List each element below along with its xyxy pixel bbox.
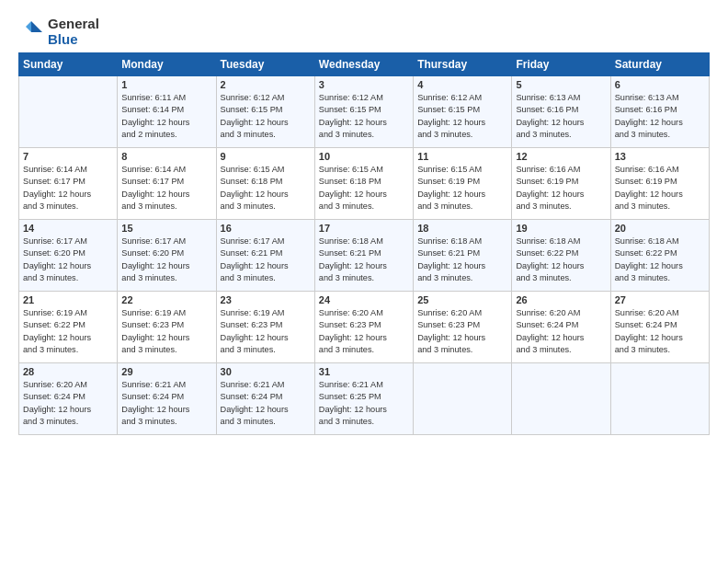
calendar-cell: 20Sunrise: 6:18 AMSunset: 6:22 PMDayligh…	[610, 220, 709, 292]
day-info: Sunrise: 6:21 AMSunset: 6:25 PMDaylight:…	[319, 379, 409, 428]
day-info: Sunrise: 6:12 AMSunset: 6:15 PMDaylight:…	[417, 92, 507, 141]
day-number: 22	[121, 294, 211, 305]
day-info: Sunrise: 6:17 AMSunset: 6:21 PMDaylight:…	[221, 236, 311, 284]
day-info: Sunrise: 6:19 AMSunset: 6:23 PMDaylight:…	[121, 307, 211, 356]
calendar-cell: 28Sunrise: 6:20 AMSunset: 6:24 PMDayligh…	[19, 363, 118, 435]
calendar-cell: 26Sunrise: 6:20 AMSunset: 6:24 PMDayligh…	[512, 292, 610, 363]
calendar-cell: 19Sunrise: 6:18 AMSunset: 6:22 PMDayligh…	[512, 220, 610, 292]
calendar-cell: 23Sunrise: 6:19 AMSunset: 6:23 PMDayligh…	[216, 292, 314, 363]
day-info: Sunrise: 6:16 AMSunset: 6:19 PMDaylight:…	[516, 164, 606, 213]
day-number: 25	[417, 294, 507, 305]
day-number: 24	[319, 294, 409, 305]
calendar-cell: 2Sunrise: 6:12 AMSunset: 6:15 PMDaylight…	[216, 76, 314, 148]
day-number: 11	[417, 151, 507, 162]
calendar-cell: 12Sunrise: 6:16 AMSunset: 6:19 PMDayligh…	[512, 148, 610, 220]
day-number: 18	[417, 223, 507, 234]
day-number: 9	[221, 151, 311, 162]
day-number: 31	[319, 366, 409, 377]
day-info: Sunrise: 6:13 AMSunset: 6:16 PMDaylight:…	[615, 92, 705, 141]
day-number: 30	[221, 366, 311, 377]
day-number: 20	[615, 223, 705, 234]
day-info: Sunrise: 6:17 AMSunset: 6:20 PMDaylight:…	[121, 236, 211, 284]
day-info: Sunrise: 6:13 AMSunset: 6:16 PMDaylight:…	[516, 92, 606, 141]
calendar-cell: 22Sunrise: 6:19 AMSunset: 6:23 PMDayligh…	[118, 292, 216, 363]
header-day-friday: Friday	[512, 53, 610, 76]
week-row-2: 7Sunrise: 6:14 AMSunset: 6:17 PMDaylight…	[19, 148, 710, 220]
day-number: 14	[23, 223, 113, 234]
logo: GeneralBlue	[18, 17, 99, 47]
calendar-cell: 25Sunrise: 6:20 AMSunset: 6:23 PMDayligh…	[414, 292, 512, 363]
week-row-5: 28Sunrise: 6:20 AMSunset: 6:24 PMDayligh…	[19, 363, 710, 435]
day-number: 12	[516, 151, 606, 162]
calendar-cell: 21Sunrise: 6:19 AMSunset: 6:22 PMDayligh…	[19, 292, 118, 363]
day-number: 27	[615, 294, 705, 305]
calendar-cell: 31Sunrise: 6:21 AMSunset: 6:25 PMDayligh…	[314, 363, 413, 435]
header-day-tuesday: Tuesday	[216, 53, 314, 76]
week-row-4: 21Sunrise: 6:19 AMSunset: 6:22 PMDayligh…	[19, 292, 710, 363]
logo-bird-icon	[18, 19, 44, 45]
day-number: 7	[23, 151, 113, 162]
svg-marker-1	[26, 21, 31, 32]
day-info: Sunrise: 6:17 AMSunset: 6:20 PMDaylight:…	[23, 236, 113, 284]
week-row-1: 1Sunrise: 6:11 AMSunset: 6:14 PMDaylight…	[19, 76, 710, 148]
day-number: 29	[121, 366, 211, 377]
day-number: 19	[516, 223, 606, 234]
day-number: 28	[23, 366, 113, 377]
day-number: 8	[121, 151, 211, 162]
header-day-thursday: Thursday	[414, 53, 512, 76]
day-info: Sunrise: 6:19 AMSunset: 6:22 PMDaylight:…	[23, 307, 113, 356]
day-info: Sunrise: 6:20 AMSunset: 6:24 PMDaylight:…	[516, 307, 606, 356]
calendar-cell: 18Sunrise: 6:18 AMSunset: 6:21 PMDayligh…	[414, 220, 512, 292]
header-day-sunday: Sunday	[19, 53, 118, 76]
day-info: Sunrise: 6:12 AMSunset: 6:15 PMDaylight:…	[221, 92, 311, 141]
day-info: Sunrise: 6:14 AMSunset: 6:17 PMDaylight:…	[23, 164, 113, 213]
calendar-cell	[512, 363, 610, 435]
calendar-cell: 17Sunrise: 6:18 AMSunset: 6:21 PMDayligh…	[314, 220, 413, 292]
header-day-monday: Monday	[118, 53, 216, 76]
calendar-cell: 4Sunrise: 6:12 AMSunset: 6:15 PMDaylight…	[414, 76, 512, 148]
day-info: Sunrise: 6:19 AMSunset: 6:23 PMDaylight:…	[221, 307, 311, 356]
day-number: 3	[319, 79, 409, 90]
day-info: Sunrise: 6:15 AMSunset: 6:19 PMDaylight:…	[417, 164, 507, 213]
header-day-wednesday: Wednesday	[314, 53, 413, 76]
day-number: 23	[221, 294, 311, 305]
day-number: 1	[121, 79, 211, 90]
calendar-table: SundayMondayTuesdayWednesdayThursdayFrid…	[18, 52, 710, 435]
day-info: Sunrise: 6:15 AMSunset: 6:18 PMDaylight:…	[221, 164, 311, 213]
calendar-cell: 5Sunrise: 6:13 AMSunset: 6:16 PMDaylight…	[512, 76, 610, 148]
day-info: Sunrise: 6:14 AMSunset: 6:17 PMDaylight:…	[121, 164, 211, 213]
day-number: 10	[319, 151, 409, 162]
header-day-saturday: Saturday	[610, 53, 709, 76]
day-info: Sunrise: 6:18 AMSunset: 6:22 PMDaylight:…	[615, 236, 705, 284]
day-number: 21	[23, 294, 113, 305]
calendar-cell	[414, 363, 512, 435]
header: GeneralBlue	[18, 17, 710, 47]
day-number: 6	[615, 79, 705, 90]
day-number: 5	[516, 79, 606, 90]
week-row-3: 14Sunrise: 6:17 AMSunset: 6:20 PMDayligh…	[19, 220, 710, 292]
calendar-cell: 11Sunrise: 6:15 AMSunset: 6:19 PMDayligh…	[414, 148, 512, 220]
day-info: Sunrise: 6:15 AMSunset: 6:18 PMDaylight:…	[319, 164, 409, 213]
day-info: Sunrise: 6:20 AMSunset: 6:24 PMDaylight:…	[23, 379, 113, 428]
calendar-cell: 10Sunrise: 6:15 AMSunset: 6:18 PMDayligh…	[314, 148, 413, 220]
calendar-cell: 16Sunrise: 6:17 AMSunset: 6:21 PMDayligh…	[216, 220, 314, 292]
day-number: 17	[319, 223, 409, 234]
calendar-cell: 14Sunrise: 6:17 AMSunset: 6:20 PMDayligh…	[19, 220, 118, 292]
day-info: Sunrise: 6:12 AMSunset: 6:15 PMDaylight:…	[319, 92, 409, 141]
header-row: SundayMondayTuesdayWednesdayThursdayFrid…	[19, 53, 710, 76]
day-info: Sunrise: 6:20 AMSunset: 6:24 PMDaylight:…	[615, 307, 705, 356]
day-number: 15	[121, 223, 211, 234]
calendar-cell: 7Sunrise: 6:14 AMSunset: 6:17 PMDaylight…	[19, 148, 118, 220]
day-number: 26	[516, 294, 606, 305]
day-info: Sunrise: 6:20 AMSunset: 6:23 PMDaylight:…	[417, 307, 507, 356]
day-info: Sunrise: 6:18 AMSunset: 6:22 PMDaylight:…	[516, 236, 606, 284]
day-info: Sunrise: 6:20 AMSunset: 6:23 PMDaylight:…	[319, 307, 409, 356]
page: GeneralBlue SundayMondayTuesdayWednesday…	[0, 0, 728, 444]
day-number: 4	[417, 79, 507, 90]
calendar-cell: 6Sunrise: 6:13 AMSunset: 6:16 PMDaylight…	[610, 76, 709, 148]
calendar-cell	[610, 363, 709, 435]
day-info: Sunrise: 6:16 AMSunset: 6:19 PMDaylight:…	[615, 164, 705, 213]
day-info: Sunrise: 6:11 AMSunset: 6:14 PMDaylight:…	[121, 92, 211, 141]
day-info: Sunrise: 6:21 AMSunset: 6:24 PMDaylight:…	[121, 379, 211, 428]
calendar-cell: 1Sunrise: 6:11 AMSunset: 6:14 PMDaylight…	[118, 76, 216, 148]
